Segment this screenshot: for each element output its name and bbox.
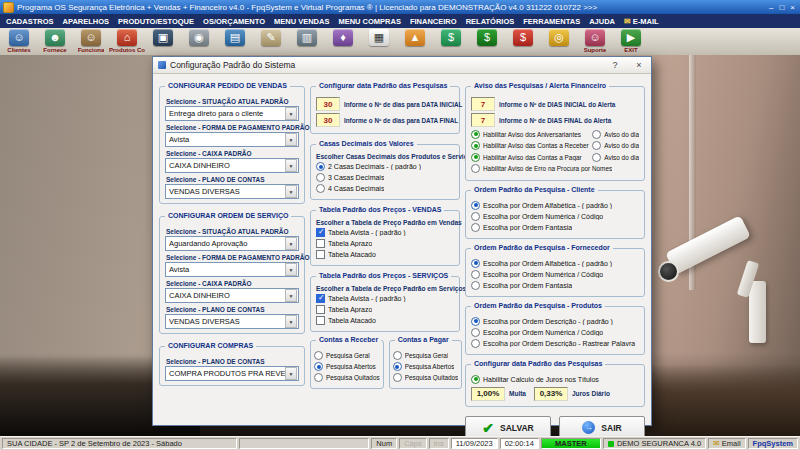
os-pagamento-select[interactable]: Avista ▼ [165, 262, 299, 277]
produtos-ordem-numerica-option[interactable]: Escolha por Ordem Numérica / Código [471, 328, 639, 337]
receber-pesquisa-quitados-option[interactable]: Pesquisa Quitados [314, 373, 380, 382]
menu-ferramentas[interactable]: FERRAMENTAS [523, 17, 580, 26]
servicos-tabela-aprazo-checkbox[interactable]: Tabela Aprazo [316, 305, 454, 314]
option-2-casas-decimais[interactable]: 2 Casas Decimais - ( padrão ) [316, 162, 454, 171]
toolbar-button-estoque[interactable]: ▤ [217, 29, 253, 55]
field-label: Selecione - PLANO DE CONTAS [166, 358, 298, 365]
toolbar-button-funcionario[interactable]: ☺ Funciona [73, 29, 109, 55]
vendas-tabela-atacado-checkbox[interactable]: Tabela Atacado [316, 250, 454, 259]
toolbar-button-produtos[interactable]: ⌂ Produtos Consert [109, 29, 145, 55]
menu-produto-estoque[interactable]: PRODUTO/ESTOQUE [118, 17, 194, 26]
pedido-pagamento-select[interactable]: Avista ▼ [165, 132, 299, 147]
maximize-button[interactable]: □ [779, 3, 784, 12]
toolbar-button-aparelhos[interactable]: ▣ [145, 29, 181, 55]
vendas-tabela-avista-checkbox[interactable]: Tabela Avista - ( padrão ) [316, 228, 454, 237]
alerta-dias-inicial-input[interactable]: 7 [471, 97, 495, 111]
radio-icon[interactable] [592, 141, 601, 150]
alerta-dias-final-input[interactable]: 7 [471, 113, 495, 127]
dias-data-final-input[interactable]: 30 [316, 113, 340, 127]
pagar-pesquisa-quitados-option[interactable]: Pesquisa Quitados [393, 373, 459, 382]
os-caixa-select[interactable]: CAIXA DINHEIRO ▼ [165, 288, 299, 303]
sales-icon: ♦ [333, 29, 353, 46]
dialog-help-button[interactable]: ? [605, 60, 625, 70]
config-dialog: Configuração Padrão do Sistema ? × CONFI… [152, 56, 652, 426]
option-label: 4 Casas Decimais [328, 185, 384, 192]
os-plano-select[interactable]: VENDAS DIVERSAS ▼ [165, 314, 299, 329]
toolbar-button-sair[interactable]: ▶ EXIT [613, 29, 649, 55]
radio-icon[interactable] [592, 130, 601, 139]
toolbar-button-receber[interactable]: $ [469, 29, 505, 55]
vendas-tabela-aprazo-checkbox[interactable]: Tabela Aprazo [316, 239, 454, 248]
chevron-down-icon: ▼ [285, 289, 297, 302]
menu-cadastros[interactable]: CADASTROS [6, 17, 54, 26]
toolbar-button-impressao[interactable]: ▥ [289, 29, 325, 55]
statusbar-time: 02:00:14 [500, 438, 539, 449]
os-situacao-select[interactable]: Aguardando Aprovação ▼ [165, 236, 299, 251]
habilitar-erro-procura-option[interactable]: Habilitar Aviso de Erro na Procura por N… [471, 164, 639, 173]
habilitar-juros-option[interactable]: Habilitar Calculo de Juros nos Títulos [471, 375, 639, 384]
checkbox-icon [316, 250, 325, 259]
servicos-tabela-atacado-checkbox[interactable]: Tabela Atacado [316, 316, 454, 325]
cliente-ordem-numerica-option[interactable]: Escolha por Ordem Numérica / Código [471, 212, 639, 221]
produtos-ordem-descricao-option[interactable]: Escolha por Ordem Descrição - ( padrão ) [471, 317, 639, 326]
menu-email[interactable]: ✉ E-MAIL [624, 17, 659, 26]
menu-aparelhos[interactable]: APARELHOS [63, 17, 110, 26]
multa-input[interactable]: 1,00% [471, 387, 505, 401]
juros-diario-input[interactable]: 0,33% [534, 387, 568, 401]
pedido-plano-select[interactable]: VENDAS DIVERSAS ▼ [165, 184, 299, 199]
toolbar-button-pagar[interactable]: $ [505, 29, 541, 55]
menubar: CADASTROS APARELHOS PRODUTO/ESTOQUE OS/O… [0, 14, 800, 28]
habilitar-contas-pagar-option[interactable]: Habilitar Aviso das Contas a Pagar Aviso… [471, 153, 639, 162]
dialog-column-2: Configurar data Padrão das Pesquisas 30 … [310, 80, 460, 440]
compras-plano-select[interactable]: COMPRA PRODUTOS PRA REVENDA ▼ [165, 366, 299, 381]
fornecedor-ordem-numerica-option[interactable]: Escolha por Ordem Numérica / Código [471, 270, 639, 279]
menu-vendas[interactable]: MENU VENDAS [274, 17, 329, 26]
dialog-close-button[interactable]: × [629, 60, 649, 70]
toolbar-button-dinheiro[interactable]: $ [433, 29, 469, 55]
menu-relatorios[interactable]: RELATÓRIOS [466, 17, 515, 26]
toolbar-button-fornecedor[interactable]: ☻ Fornece [37, 29, 73, 55]
menu-os-orcamento[interactable]: OS/ORÇAMENTO [203, 17, 265, 26]
aviso-do-dia-label: Aviso do dia [604, 142, 639, 149]
menu-ajuda[interactable]: AJUDA [589, 17, 615, 26]
receber-pesquisa-abertos-option[interactable]: Pesquisa Abertos [314, 362, 380, 371]
radio-icon[interactable] [592, 153, 601, 162]
pedido-situacao-select[interactable]: Entrega direto para o cliente ▼ [165, 106, 299, 121]
toolbar-button-suporte[interactable]: ☺ Suporte [577, 29, 613, 55]
fornecedor-ordem-alfabetica-option[interactable]: Escolha por Ordem Alfabética - ( padrão … [471, 259, 639, 268]
close-button[interactable]: × [790, 3, 795, 12]
menu-compras[interactable]: MENU COMPRAS [338, 17, 401, 26]
toolbar-button-graficos[interactable]: ▲ [397, 29, 433, 55]
field-label: Informe o Nº de dias para DATA INICIAL [344, 101, 462, 108]
produtos-ordem-rastrear-option[interactable]: Escolha por Ordem Descrição - Rastrear P… [471, 339, 639, 348]
habilitar-aniversariantes-option[interactable]: Habilitar Aviso dos Aniversariantes Avis… [471, 130, 639, 139]
cliente-ordem-alfabetica-option[interactable]: Escolha por Ordem Alfabética - ( padrão … [471, 201, 639, 210]
servicos-tabela-avista-checkbox[interactable]: Tabela Avista - ( padrão ) [316, 294, 454, 303]
toolbar-button-clientes[interactable]: ☺ Clientes [1, 29, 37, 55]
dias-data-inicial-input[interactable]: 30 [316, 97, 340, 111]
habilitar-contas-receber-option[interactable]: Habilitar Aviso das Contas a Receber Avi… [471, 141, 639, 150]
toolbar-button-ordem-servico[interactable]: ✎ [253, 29, 289, 55]
dialog-column-3: Aviso das Pesquisas / Alerta Financeiro … [465, 80, 645, 440]
toolbar-button-moedas[interactable]: ◎ [541, 29, 577, 55]
option-4-casas-decimais[interactable]: 4 Casas Decimais [316, 184, 454, 193]
statusbar-email[interactable]: ✉ Email [708, 438, 745, 449]
fornecedor-ordem-fantasia-option[interactable]: Escolha por Ordem Fantasia [471, 281, 639, 290]
boxes-icon: ▤ [225, 29, 245, 46]
toolbar-button-cameras[interactable]: ◉ [181, 29, 217, 55]
group-ordem-servico: CONFIGURAR ORDEM DE SERVIÇO Selecione - … [159, 216, 305, 334]
receber-pesquisa-geral-option[interactable]: Pesquisa Geral [314, 351, 380, 360]
cliente-ordem-fantasia-option[interactable]: Escolha por Ordem Fantasia [471, 223, 639, 232]
pedido-caixa-select[interactable]: CAIXA DINHEIRO ▼ [165, 158, 299, 173]
toolbar-button-calculadora[interactable]: ▦ [361, 29, 397, 55]
menu-financeiro[interactable]: FINANCEIRO [410, 17, 457, 26]
minimize-button[interactable]: – [769, 3, 773, 12]
toolbar-button-vendas[interactable]: ♦ [325, 29, 361, 55]
group-alerta-financeiro: Aviso das Pesquisas / Alerta Financeiro … [465, 86, 645, 181]
radio-icon [471, 270, 480, 279]
pagar-pesquisa-abertos-option[interactable]: Pesquisa Abertos [393, 362, 459, 371]
option-3-casas-decimais[interactable]: 3 Casas Decimais [316, 173, 454, 182]
statusbar-location: SUA CIDADE - SP 2 de Setembro de 2023 - … [2, 438, 237, 449]
pagar-pesquisa-geral-option[interactable]: Pesquisa Geral [393, 351, 459, 360]
dollar-red-icon: $ [513, 29, 533, 46]
